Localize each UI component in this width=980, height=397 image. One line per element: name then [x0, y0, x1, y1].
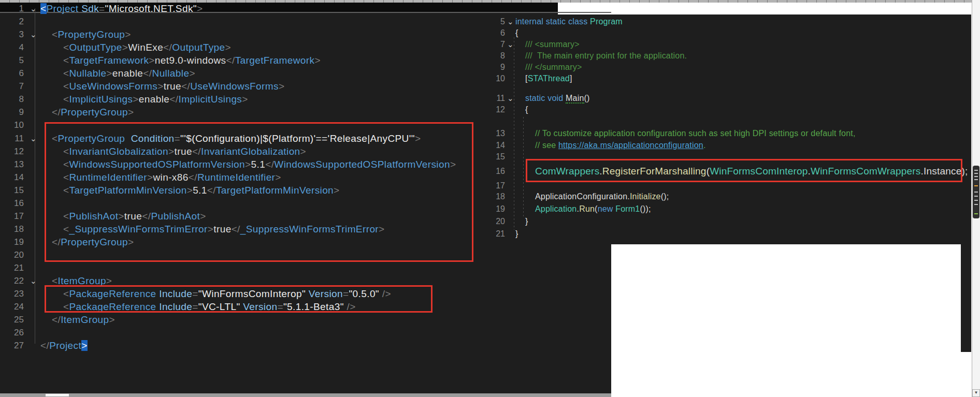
code-line-8[interactable]: 8/// The main entry point for the applic…: [0, 50, 980, 62]
code-token: new: [598, 204, 613, 213]
scrollbar-down-arrow-icon[interactable]: ▼: [972, 389, 980, 397]
code-line-7[interactable]: 7⌄/// <summary>: [0, 39, 980, 50]
code-text[interactable]: Application.Run(new Form1());: [535, 203, 651, 215]
code-text[interactable]: // see https://aka.ms/applicationconfigu…: [535, 140, 706, 151]
line-number: 7: [484, 39, 505, 50]
code-token: ]: [570, 74, 572, 83]
fold-arrow-icon[interactable]: ⌄: [507, 39, 514, 50]
code-text[interactable]: {: [525, 104, 528, 115]
scrollbar-thumb[interactable]: [973, 166, 979, 218]
code-line-12[interactable]: 12{: [0, 104, 980, 115]
code-token: class: [568, 17, 587, 26]
code-token: Form1: [615, 204, 640, 213]
line-number: 17: [484, 180, 505, 192]
scrollbar-annotation-tick: [974, 200, 978, 201]
annotation-box-1: [45, 122, 473, 262]
line-number: 16: [484, 166, 505, 177]
code-token: Initialize: [630, 192, 661, 201]
code-token: static: [546, 17, 566, 26]
code-text[interactable]: }: [525, 216, 528, 227]
code-line-11[interactable]: 11⌄static void Main(): [0, 93, 980, 104]
code-text[interactable]: }: [515, 228, 518, 240]
code-token: );: [961, 166, 968, 177]
code-text[interactable]: {: [515, 27, 518, 39]
line-number: 19: [484, 203, 505, 215]
line-number: 6: [484, 27, 505, 39]
code-token: .: [703, 141, 706, 150]
scrollbar-annotation-tick: [974, 213, 978, 214]
code-token: Main: [566, 94, 584, 104]
scrollbar-annotation-tick: [974, 204, 978, 205]
code-text[interactable]: /// </summary>: [525, 62, 582, 73]
scrollbar-annotation-tick: [974, 173, 978, 174]
code-text[interactable]: ApplicationConfiguration.Initialize();: [535, 191, 669, 202]
line-number: 10: [484, 73, 505, 84]
taskbar-item[interactable]: [46, 394, 69, 396]
scrollbar-annotation-tick: [974, 185, 978, 186]
code-token: ();: [661, 192, 669, 201]
scrollbar-annotation-tick: [974, 170, 978, 171]
code-token: }: [525, 217, 528, 226]
fold-arrow-icon[interactable]: ⌄: [507, 16, 514, 27]
code-token: (): [584, 94, 590, 102]
code-token: static: [525, 94, 545, 102]
code-token: {: [515, 28, 518, 37]
code-text[interactable]: // To customize application configuratio…: [535, 128, 856, 139]
line-number: 12: [484, 104, 505, 115]
code-line-6[interactable]: 6{: [0, 27, 980, 39]
code-token: internal: [515, 17, 543, 26]
code-line-10[interactable]: 10[STAThread]: [0, 73, 980, 84]
code-text[interactable]: [STAThread]: [525, 73, 572, 84]
code-token: /// The main entry point for the applica…: [525, 51, 687, 60]
code-token: /// <summary>: [525, 40, 580, 49]
code-token: ());: [640, 204, 651, 213]
line-number: 20: [484, 216, 505, 227]
code-token: ApplicationConfiguration: [535, 192, 627, 201]
code-token: void: [547, 94, 563, 102]
link-text[interactable]: https://aka.ms/applicationconfiguration: [558, 141, 703, 150]
code-token: /// </summary>: [525, 63, 582, 71]
fold-arrow-icon[interactable]: ⌄: [507, 93, 514, 104]
scrollbar-annotation-tick: [974, 176, 978, 177]
line-number: 8: [484, 50, 505, 62]
code-token: }: [515, 229, 518, 238]
annotation-box-2: [45, 285, 433, 313]
code-line-9[interactable]: 9/// </summary>: [0, 62, 980, 73]
line-number: 18: [484, 191, 505, 202]
screenshot-stage: 1⌄<Project Sdk="Microsoft.NET.Sdk">23⌄<P…: [0, 0, 980, 397]
code-text[interactable]: internal static class Program: [515, 16, 623, 27]
line-number: 11: [484, 93, 505, 104]
line-number: 15: [484, 151, 505, 163]
line-number: 9: [484, 62, 505, 73]
code-token: // To customize application configuratio…: [535, 129, 856, 138]
code-token: Application: [535, 204, 577, 213]
scrollbar-annotation-tick: [974, 196, 978, 197]
line-number: 5: [484, 16, 505, 27]
line-number: 21: [484, 228, 505, 240]
line-number: 14: [484, 140, 505, 151]
code-line-5[interactable]: 5⌄internal static class Program: [0, 16, 980, 27]
code-token: // see: [535, 141, 558, 150]
scrollbar-annotation-tick: [974, 179, 978, 180]
code-token: {: [525, 105, 528, 114]
line-number: 13: [484, 128, 505, 139]
code-text[interactable]: static void Main(): [525, 93, 590, 104]
taskbar-strip[interactable]: [0, 393, 611, 397]
code-token: STAThread: [528, 74, 570, 83]
code-token: Run: [579, 204, 595, 213]
annotation-box-3: [526, 159, 962, 182]
scrollbar-annotation-tick: [974, 192, 978, 193]
code-token: Program: [590, 17, 623, 26]
code-text[interactable]: /// The main entry point for the applica…: [525, 50, 687, 62]
code-text[interactable]: /// <summary>: [525, 39, 580, 50]
